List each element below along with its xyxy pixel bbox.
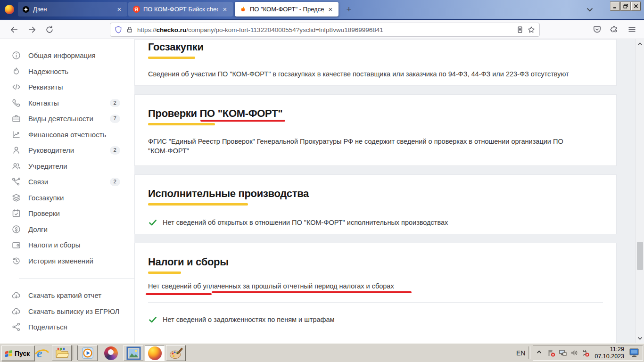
sidebar-item-procurements[interactable]: Госзакупки bbox=[0, 190, 134, 206]
briefcase-icon bbox=[11, 114, 21, 123]
accent-underline bbox=[148, 272, 181, 274]
checko-flame-icon bbox=[239, 6, 247, 13]
quicklaunch-firefox-active[interactable] bbox=[145, 345, 165, 361]
status-row: Нет сведений о задолженностях по пеням и… bbox=[148, 315, 603, 324]
pocket-icon[interactable] bbox=[593, 25, 602, 34]
people-icon bbox=[11, 161, 21, 171]
accent-underline bbox=[148, 123, 215, 125]
phone-icon bbox=[11, 98, 21, 108]
coin-dollar-icon bbox=[11, 224, 21, 234]
sidebar-action-download-egrul[interactable]: Скачать выписку из ЕГРЮЛ bbox=[0, 304, 134, 320]
cloud-download-icon bbox=[11, 290, 21, 300]
status-text: Нет сведений о задолженностях по пеням и… bbox=[163, 316, 335, 323]
cloud-download-icon bbox=[11, 306, 21, 316]
history-clock-icon bbox=[11, 256, 21, 266]
tray-clock[interactable]: 11:29 07.10.2023 bbox=[594, 346, 624, 360]
sidebar-item-founders[interactable]: Учредители bbox=[0, 158, 134, 174]
extensions-puzzle-icon[interactable] bbox=[610, 25, 619, 34]
language-indicator[interactable]: EN bbox=[516, 349, 525, 357]
card-inspections: Проверки ПО "КОМ-ФОРТ" ФГИС "Единый Реес… bbox=[134, 94, 617, 166]
status-row: Нет сведений об открытых в отношении ПО … bbox=[148, 218, 603, 227]
sidebar-item-debts[interactable]: Долги bbox=[0, 222, 134, 238]
close-icon[interactable]: × bbox=[221, 6, 229, 13]
wallet-icon bbox=[11, 240, 21, 250]
close-icon[interactable]: × bbox=[116, 6, 123, 13]
tab-yandex-search[interactable]: Я ПО КОМ-ФОРТ Бийск checko.ru — × bbox=[128, 2, 233, 16]
tray-expand-chevron-icon[interactable] bbox=[536, 349, 544, 357]
back-button[interactable] bbox=[9, 25, 19, 34]
desktop-screen: Дзен × Я ПО КОМ-ФОРТ Бийск checko.ru — ×… bbox=[0, 0, 644, 362]
sidebar-item-requisites[interactable]: Реквизиты bbox=[0, 79, 134, 95]
scroll-down-arrow[interactable] bbox=[636, 335, 644, 342]
accent-underline bbox=[148, 57, 195, 59]
sidebar-item-contacts[interactable]: Контакты 2 bbox=[0, 95, 134, 111]
quicklaunch-browser-swirl[interactable] bbox=[101, 345, 121, 361]
sidebar-item-connections[interactable]: Связи 2 bbox=[0, 174, 134, 190]
section-title: Проверки ПО "КОМ-ФОРТ" bbox=[148, 107, 603, 120]
red-annotation-line bbox=[146, 293, 212, 295]
page-content: Общая информация Надежность Реквизиты Ко… bbox=[0, 39, 636, 343]
scroll-up-arrow[interactable] bbox=[636, 41, 644, 48]
section-title: Исполнительные производства bbox=[148, 187, 603, 200]
quicklaunch-media-player[interactable] bbox=[78, 345, 98, 361]
sidebar-item-reliability[interactable]: Надежность bbox=[0, 64, 134, 80]
show-desktop-button[interactable] bbox=[629, 348, 640, 357]
card-taxes: Налоги и сборы Нет сведений об уплаченны… bbox=[134, 243, 617, 343]
bookmark-star-icon[interactable] bbox=[527, 25, 536, 34]
quicklaunch-file-explorer[interactable] bbox=[52, 345, 72, 361]
svg-text:e: e bbox=[37, 346, 42, 360]
new-tab-button[interactable]: + bbox=[343, 4, 355, 15]
sidebar-item-managers[interactable]: Руководители 2 bbox=[0, 142, 134, 158]
sidebar-separator bbox=[19, 278, 134, 279]
info-icon bbox=[11, 50, 21, 60]
sidebar-item-financials[interactable]: Финансовая отчетность bbox=[0, 127, 134, 143]
minimize-button[interactable] bbox=[611, 2, 620, 10]
sidebar-action-share[interactable]: Поделиться bbox=[0, 319, 134, 335]
list-all-tabs-chevron-icon[interactable] bbox=[585, 4, 596, 16]
quicklaunch-paint[interactable] bbox=[166, 345, 186, 361]
count-badge: 2 bbox=[110, 178, 120, 186]
network-icon bbox=[11, 177, 21, 187]
reader-mode-icon[interactable] bbox=[516, 25, 524, 34]
quicklaunch-image-viewer[interactable] bbox=[124, 345, 143, 361]
sidebar: Общая информация Надежность Реквизиты Ко… bbox=[0, 39, 134, 343]
red-annotation-line bbox=[212, 291, 412, 293]
sidebar-item-label: Скачать краткий отчет bbox=[28, 291, 101, 299]
share-icon bbox=[11, 322, 21, 332]
disconnected-plug-icon[interactable] bbox=[581, 349, 589, 357]
restore-button[interactable] bbox=[621, 2, 630, 10]
system-tray: 11:29 07.10.2023 bbox=[533, 345, 643, 361]
tracking-shield-icon[interactable] bbox=[114, 25, 123, 34]
count-badge: 2 bbox=[110, 146, 120, 155]
sidebar-item-taxes[interactable]: Налоги и сборы bbox=[0, 237, 134, 253]
scrollbar-thumb[interactable] bbox=[637, 242, 643, 270]
url-bar[interactable]: https://checko.ru/company/po-kom-fort-11… bbox=[110, 23, 540, 37]
sidebar-item-history[interactable]: История изменений bbox=[0, 253, 134, 269]
calendar-check-icon bbox=[11, 208, 21, 218]
start-button[interactable]: Пуск bbox=[1, 346, 34, 361]
code-icon bbox=[11, 82, 21, 92]
page-scrollbar[interactable] bbox=[636, 39, 644, 343]
close-icon[interactable]: × bbox=[327, 6, 334, 13]
tab-checko-active[interactable]: ПО "КОМ-ФОРТ" - Председатель × bbox=[235, 2, 339, 16]
quicklaunch-internet-explorer[interactable]: e bbox=[32, 345, 52, 361]
close-window-button[interactable] bbox=[631, 2, 641, 10]
count-badge: 2 bbox=[110, 99, 120, 107]
menu-hamburger-icon[interactable] bbox=[627, 25, 637, 34]
volume-icon[interactable] bbox=[570, 349, 578, 357]
sidebar-item-label: Руководители bbox=[28, 146, 74, 154]
sidebar-item-activities[interactable]: Виды деятельности 7 bbox=[0, 111, 134, 127]
forward-button[interactable] bbox=[27, 25, 37, 34]
reload-button[interactable] bbox=[45, 25, 54, 34]
lock-icon[interactable] bbox=[126, 26, 133, 33]
network-icon[interactable] bbox=[559, 349, 567, 357]
sidebar-item-general-info[interactable]: Общая информация bbox=[0, 48, 134, 64]
security-alert-flag-icon[interactable] bbox=[547, 349, 555, 357]
sidebar-item-label: Реквизиты bbox=[28, 83, 63, 91]
sidebar-item-inspections[interactable]: Проверки bbox=[0, 206, 134, 222]
check-icon bbox=[148, 218, 157, 227]
sidebar-item-label: Госзакупки bbox=[28, 194, 64, 202]
chart-icon bbox=[11, 130, 21, 140]
tab-dzen[interactable]: Дзен × bbox=[18, 2, 127, 16]
sidebar-action-download-report[interactable]: Скачать краткий отчет bbox=[0, 288, 134, 304]
